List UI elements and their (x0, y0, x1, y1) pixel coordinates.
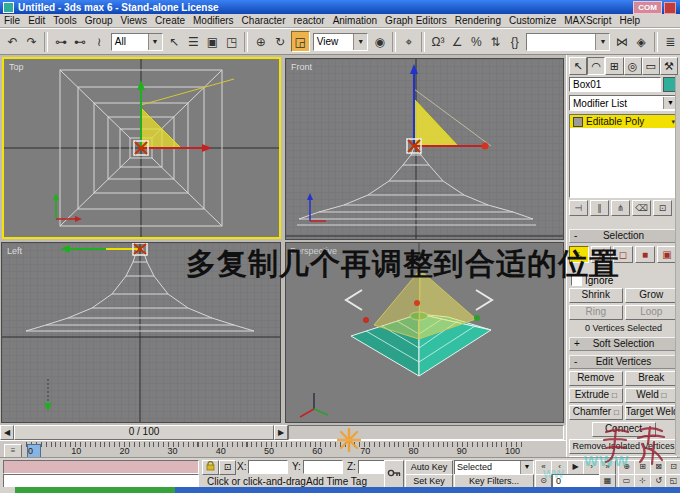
remove-button[interactable]: Remove (569, 371, 623, 386)
ime-close-button[interactable] (664, 2, 676, 14)
viewport-top[interactable]: Top (2, 57, 281, 239)
redo-icon[interactable]: ↷ (23, 32, 40, 51)
menu-edit[interactable]: Edit (24, 15, 49, 26)
break-button[interactable]: Break (625, 371, 679, 386)
mirror-icon[interactable]: ⋈ (613, 32, 630, 51)
menu-reactor[interactable]: reactor (290, 15, 329, 26)
time-slider-handle[interactable]: 0 / 100 (14, 425, 274, 440)
selection-rollout-header[interactable]: - Selection (569, 229, 678, 243)
edit-vertices-rollout-header[interactable]: - Edit Vertices (569, 355, 678, 369)
percent-snap-icon[interactable]: % (468, 32, 485, 51)
select-by-name-icon[interactable]: ☰ (185, 32, 202, 51)
viewport-label-left[interactable]: Left (7, 246, 23, 256)
pin-stack-icon[interactable]: ⊣ (569, 200, 588, 216)
time-slider-track[interactable] (288, 425, 564, 440)
panel-scrollbar[interactable] (675, 75, 680, 455)
snap-toggle-icon[interactable]: Ω³ (429, 32, 446, 51)
extrude-button[interactable]: Extrude □ (569, 388, 623, 403)
selection-set-dropdown[interactable]: Selected ▼ (454, 460, 534, 475)
chamfer-button[interactable]: Chamfer □ (569, 405, 623, 420)
target-weld-button[interactable]: Target Weld (625, 405, 679, 420)
viewport-label-top[interactable]: Top (9, 62, 24, 72)
angle-snap-icon[interactable]: ∠ (449, 32, 466, 51)
shrink-button[interactable]: Shrink (569, 288, 623, 303)
display-tab-icon[interactable]: ▭ (642, 57, 660, 75)
menu-modifiers[interactable]: Modifiers (189, 15, 238, 26)
make-unique-icon[interactable]: ⋔ (611, 200, 630, 216)
align-icon[interactable]: ◈ (633, 32, 650, 51)
menu-help[interactable]: Help (615, 15, 644, 26)
reference-coordinate-dropdown[interactable]: View ▼ (313, 33, 368, 51)
next-frame-arrow[interactable]: ▶ (274, 425, 288, 440)
play-icon[interactable]: ▶ (567, 460, 584, 475)
stack-item-editable-poly[interactable]: Editable Poly ▾ (570, 115, 677, 128)
modify-tab-icon[interactable]: ◠ (587, 57, 605, 75)
select-and-rotate-icon[interactable]: ↻ (271, 32, 288, 51)
modifier-list-dropdown[interactable]: Modifier List ▼ (569, 95, 678, 111)
selection-lock-icon[interactable] (202, 460, 219, 475)
viewport-label-front[interactable]: Front (291, 62, 313, 72)
menu-maxscript[interactable]: MAXScript (560, 15, 615, 26)
tutorial-caption: 多复制几个再调整到合适的位置 (186, 244, 620, 285)
title-bar[interactable]: Untitled - 3ds max 6 - Stand-alone Licen… (0, 0, 680, 14)
chevron-down-icon[interactable]: ▼ (148, 34, 162, 50)
menu-create[interactable]: Create (151, 15, 189, 26)
y-coordinate-field[interactable] (303, 460, 343, 474)
named-selection-dropdown[interactable]: ▼ (526, 33, 610, 51)
grow-button[interactable]: Grow (625, 288, 679, 303)
weld-button[interactable]: Weld □ (625, 388, 679, 403)
select-and-manipulate-icon[interactable]: ⌖ (400, 32, 417, 51)
chevron-down-icon[interactable]: ▼ (353, 34, 367, 50)
object-name-field[interactable]: Box01 (569, 77, 661, 92)
chevron-down-icon[interactable]: ▼ (520, 461, 533, 474)
previous-frame-arrow[interactable]: ◀ (0, 425, 14, 440)
menu-file[interactable]: File (0, 15, 24, 26)
menu-character[interactable]: Character (238, 15, 290, 26)
window-crossing-icon[interactable]: ◳ (223, 32, 240, 51)
ime-indicator[interactable]: COM (633, 1, 662, 14)
menu-customize[interactable]: Customize (505, 15, 560, 26)
remove-modifier-icon[interactable]: ⌫ (632, 200, 651, 216)
menu-views[interactable]: Views (117, 15, 152, 26)
maxscript-input-line[interactable] (3, 474, 199, 488)
select-object-icon[interactable]: ↖ (166, 32, 183, 51)
bind-to-spacewarp-icon[interactable]: ≀ (91, 32, 108, 51)
chamfer-settings-icon[interactable]: □ (614, 408, 619, 417)
create-tab-icon[interactable]: ↖ (569, 57, 587, 75)
named-selection-sets-icon[interactable]: {} (506, 32, 523, 51)
viewport-front[interactable]: Front (285, 58, 564, 240)
select-and-scale-icon[interactable]: ◲ (291, 31, 310, 52)
layer-manager-icon[interactable]: ≣ (662, 32, 679, 51)
configure-modifier-sets-icon[interactable]: ⊡ (653, 200, 672, 216)
track-bar[interactable]: ≡ 0 10 20 30 40 50 60 70 80 90 100 (0, 440, 566, 458)
hierarchy-tab-icon[interactable]: ⊞ (605, 57, 623, 75)
x-coordinate-field[interactable] (248, 460, 288, 474)
use-center-icon[interactable]: ◉ (371, 32, 388, 51)
undo-icon[interactable]: ↶ (4, 32, 21, 51)
auto-key-button[interactable]: Auto Key (405, 460, 453, 475)
element-subobject-icon[interactable]: ▣ (657, 246, 677, 263)
unlink-selection-icon[interactable]: ⊷ (71, 32, 88, 51)
absolute-offset-mode-icon[interactable]: ⊡ (219, 460, 236, 475)
polygon-subobject-icon[interactable]: ■ (635, 246, 655, 263)
utilities-tab-icon[interactable]: ⚒ (660, 57, 678, 75)
mini-curve-editor-icon[interactable]: ≡ (4, 444, 22, 458)
menu-group[interactable]: Group (81, 15, 117, 26)
soft-selection-rollout-header[interactable]: + Soft Selection (569, 337, 678, 351)
select-and-move-icon[interactable]: ⊕ (252, 32, 269, 51)
menu-animation[interactable]: Animation (329, 15, 381, 26)
spinner-snap-icon[interactable]: ⇅ (487, 32, 504, 51)
show-end-result-icon[interactable]: ∥ (590, 200, 609, 216)
extrude-settings-icon[interactable]: □ (612, 391, 617, 400)
menu-graph-editors[interactable]: Graph Editors (381, 15, 451, 26)
select-and-link-icon[interactable]: ⊶ (52, 32, 69, 51)
chevron-down-icon[interactable]: ▼ (595, 34, 609, 50)
maxscript-listener-line[interactable] (3, 460, 199, 474)
weld-settings-icon[interactable]: □ (662, 391, 667, 400)
selection-filter-dropdown[interactable]: All ▼ (111, 33, 163, 51)
set-key-icon[interactable] (384, 460, 404, 489)
menu-tools[interactable]: Tools (49, 15, 80, 26)
rectangular-selection-icon[interactable]: ▣ (204, 32, 221, 51)
menu-rendering[interactable]: Rendering (451, 15, 505, 26)
motion-tab-icon[interactable]: ◎ (624, 57, 642, 75)
